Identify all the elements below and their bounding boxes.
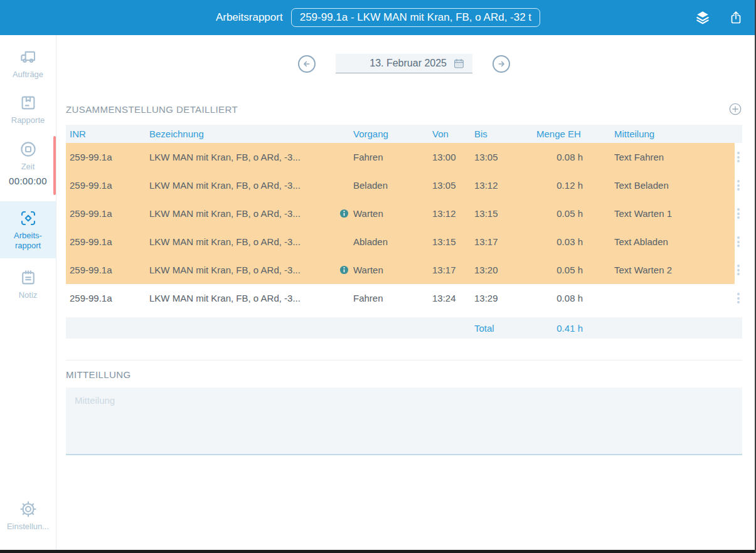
sidebar-item-notiz[interactable]: Notiz: [0, 265, 56, 304]
row-menu-kebab-icon[interactable]: [736, 235, 741, 248]
row-menu-kebab-icon[interactable]: [736, 207, 741, 220]
mitteilung-section-title: MITTEILLUNG: [66, 369, 742, 380]
total-value: 0.41 h: [524, 323, 587, 334]
layers-icon: [695, 9, 711, 26]
app-window: Arbeitsrapport 259-99.1a - LKW MAN mit K…: [0, 0, 756, 553]
sidebar-item-label: Zeit: [21, 162, 35, 172]
sidebar-item-arbeitsrapport[interactable]: Arbeits-rapport: [0, 201, 56, 259]
table-row[interactable]: 259-99.1a LKW MAN mit Kran, FB, o ARd, -…: [66, 228, 742, 256]
notepad-icon: [19, 268, 38, 287]
sidebar: Aufträge Rapporte Zeit 00:00:00: [0, 35, 56, 553]
date-navigation: 13. Februar 2025: [66, 54, 742, 73]
save-icon: [19, 93, 38, 112]
column-header-inr: INR: [66, 129, 146, 139]
detail-table: INR Bezeichnung Vorgang Von Bis Menge EH…: [66, 125, 742, 339]
sidebar-item-label: Aufträge: [13, 70, 43, 80]
column-header-von: Von: [429, 129, 471, 139]
stop-circle-icon: [19, 140, 38, 159]
sidebar-item-einstellungen[interactable]: Einstellun...: [0, 496, 56, 535]
page-title: Arbeitsrapport: [216, 11, 283, 24]
window-bottom-edge: [0, 550, 756, 553]
timer-value: 00:00:00: [9, 176, 47, 186]
calendar-icon: [453, 58, 465, 70]
total-label: Total: [471, 323, 524, 334]
table-row[interactable]: 259-99.1a LKW MAN mit Kran, FB, o ARd, -…: [66, 284, 742, 312]
table-total-row: Total 0.41 h: [66, 317, 742, 339]
sidebar-item-zeit[interactable]: Zeit 00:00:00: [0, 136, 56, 195]
sidebar-item-label: Rapporte: [11, 115, 45, 125]
sidebar-item-rapporte[interactable]: Rapporte: [0, 90, 56, 129]
main-content: 13. Februar 2025 ZUSAMMENSTELLUNG: [56, 35, 756, 553]
table-row[interactable]: 259-99.1a LKW MAN mit Kran, FB, o ARd, -…: [66, 143, 742, 171]
table-row[interactable]: 259-99.1a LKW MAN mit Kran, FB, o ARd, -…: [66, 171, 742, 199]
previous-day-button[interactable]: [298, 55, 316, 73]
plus-circle-icon: [728, 102, 742, 116]
table-header-row: INR Bezeichnung Vorgang Von Bis Menge EH…: [66, 125, 742, 143]
arrow-left-icon: [301, 58, 312, 70]
column-header-bezeichnung: Bezeichnung: [146, 129, 336, 139]
table-row[interactable]: 259-99.1a LKW MAN mit Kran, FB, o ARd, -…: [66, 256, 742, 284]
section-divider: [66, 360, 742, 361]
arrow-right-icon: [496, 58, 507, 70]
row-menu-kebab-icon[interactable]: [736, 263, 741, 276]
table-row[interactable]: 259-99.1a LKW MAN mit Kran, FB, o ARd, -…: [66, 199, 742, 228]
topbar-actions: [695, 0, 743, 35]
layers-button[interactable]: [695, 9, 711, 26]
section-title: ZUSAMMENSTELLUNG DETAILLIERT: [66, 104, 238, 115]
gear-icon: [19, 500, 38, 519]
topbar-title-group: Arbeitsrapport 259-99.1a - LKW MAN mit K…: [216, 8, 540, 27]
report-selector-chip[interactable]: 259-99.1a - LKW MAN mit Kran, FB, o ARd,…: [291, 8, 540, 27]
next-day-button[interactable]: [492, 55, 510, 73]
sidebar-item-auftraege[interactable]: Aufträge: [0, 44, 56, 83]
info-icon: [339, 265, 349, 275]
detail-section-header: ZUSAMMENSTELLUNG DETAILLIERT: [66, 102, 742, 116]
topbar: Arbeitsrapport 259-99.1a - LKW MAN mit K…: [0, 0, 756, 35]
date-picker-field[interactable]: 13. Februar 2025: [336, 54, 472, 73]
column-header-bis: Bis: [471, 129, 524, 139]
date-value: 13. Februar 2025: [370, 58, 447, 69]
row-menu-kebab-icon[interactable]: [736, 292, 741, 305]
row-menu-kebab-icon[interactable]: [736, 150, 741, 164]
sidebar-item-label: Arbeits-rapport: [8, 231, 48, 251]
add-entry-button[interactable]: [728, 102, 742, 116]
column-header-mitteilung: Mitteilung: [587, 129, 735, 139]
scan-focus-icon: [19, 209, 38, 228]
column-header-vorgang: Vorgang: [336, 129, 429, 139]
share-button[interactable]: [728, 10, 743, 25]
info-icon: [339, 209, 349, 218]
share-icon: [728, 10, 743, 25]
truck-icon: [19, 48, 38, 66]
row-menu-kebab-icon[interactable]: [736, 179, 741, 192]
sidebar-item-label: Notiz: [19, 290, 38, 300]
column-header-menge: Menge EH: [524, 129, 587, 139]
mitteilung-textarea[interactable]: [66, 387, 742, 455]
sidebar-item-label: Einstellun...: [7, 522, 49, 532]
